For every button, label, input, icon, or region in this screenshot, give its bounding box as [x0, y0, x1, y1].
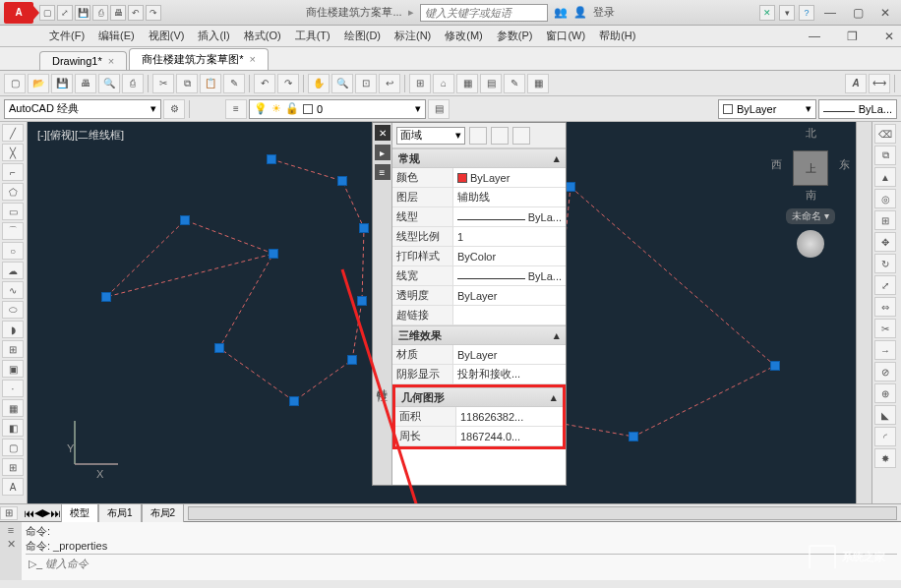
linetype-combo[interactable]: ByLa... [818, 99, 897, 119]
scale-icon[interactable]: ⤢ [874, 275, 896, 295]
grip-handle[interactable] [289, 396, 299, 406]
tab-close-icon[interactable]: × [249, 53, 255, 65]
stretch-icon[interactable]: ⇔ [874, 297, 896, 317]
menu-view[interactable]: 视图(V) [149, 29, 185, 43]
infocenter-icon[interactable]: ▾ [779, 5, 795, 21]
mtext-icon[interactable]: A [2, 478, 24, 496]
line-icon[interactable]: ╱ [2, 124, 24, 142]
join-icon[interactable]: ⊕ [874, 383, 896, 403]
property-value[interactable]: 辅助线 [453, 188, 566, 206]
viewport-label[interactable]: [-][俯视][二维线框] [37, 128, 124, 143]
new-icon[interactable]: ▢ [4, 74, 26, 93]
trim-icon[interactable]: ✂ [874, 319, 896, 338]
property-row[interactable]: 图层辅助线 [392, 188, 566, 207]
region-icon[interactable]: ▢ [2, 439, 24, 456]
menu-dimension[interactable]: 标注(N) [394, 29, 431, 43]
property-row[interactable]: 超链接 [392, 306, 566, 325]
toolpalette-icon[interactable]: ▦ [456, 74, 478, 93]
insert-icon[interactable]: ⊞ [2, 340, 24, 358]
fillet-icon[interactable]: ◜ [874, 427, 896, 446]
publish-icon[interactable]: ⎙ [122, 74, 144, 93]
color-combo[interactable]: ByLayer ▾ [718, 99, 816, 119]
circle-icon[interactable]: ○ [2, 242, 24, 260]
palette-close-icon[interactable]: ✕ [375, 125, 390, 141]
qat-print-icon[interactable]: 🖶 [110, 5, 126, 21]
layout-tab-model[interactable]: 模型 [61, 503, 98, 522]
qat-new-icon[interactable]: ▢ [39, 5, 55, 21]
dimstyle-icon[interactable]: ⟷ [869, 74, 890, 93]
point-icon[interactable]: · [2, 380, 24, 397]
quickselect-icon[interactable] [469, 127, 487, 145]
chamfer-icon[interactable]: ◣ [874, 405, 896, 425]
grip-handle[interactable] [566, 182, 575, 192]
markup-icon[interactable]: ✎ [504, 74, 525, 93]
palette-menu-icon[interactable]: ≡ [375, 164, 390, 180]
palette-autohide-icon[interactable]: ▸ [375, 145, 390, 160]
command-history[interactable]: 命令: 命令: _properties ▷_ [22, 522, 901, 580]
qat-saveas-icon[interactable]: ⎙ [92, 5, 108, 21]
menu-modify[interactable]: 修改(M) [445, 29, 483, 43]
extend-icon[interactable]: → [874, 340, 896, 360]
match-icon[interactable]: ✎ [223, 74, 245, 93]
properties-icon[interactable]: ⊞ [409, 74, 431, 93]
mdi-minimize-button[interactable]: — [803, 28, 826, 45]
erase-icon[interactable]: ⌫ [874, 124, 896, 144]
property-value[interactable]: ByLayer [453, 345, 566, 364]
ucs-name-pill[interactable]: 未命名 ▾ [786, 208, 835, 224]
property-value[interactable]: ByLayer [453, 286, 566, 305]
property-row[interactable]: 打印样式ByColor [392, 247, 566, 266]
minimize-button[interactable]: — [818, 4, 842, 22]
selectobjects-icon[interactable] [491, 127, 509, 145]
property-row[interactable]: 线型ByLa... [392, 207, 566, 227]
workspace-settings-icon[interactable]: ⚙ [163, 99, 185, 119]
polyline-icon[interactable]: ⌐ [2, 163, 24, 181]
workspace-combo[interactable]: AutoCAD 经典▾ [4, 99, 161, 119]
arc-icon[interactable]: ⌒ [2, 222, 24, 240]
property-row[interactable]: 线型比例1 [392, 227, 566, 247]
login-link[interactable]: 登录 [593, 5, 615, 20]
copy-icon[interactable]: ⧉ [176, 74, 198, 93]
table-icon[interactable]: ⊞ [2, 458, 24, 476]
zoom-window-icon[interactable]: ⊡ [355, 74, 377, 93]
tab-nav-next-icon[interactable]: ▶ [42, 506, 50, 519]
cut-icon[interactable]: ✂ [152, 74, 174, 93]
layer-manager-icon[interactable]: ≡ [225, 99, 247, 119]
doc-tab[interactable]: Drawing1*× [39, 51, 127, 70]
ellipsearc-icon[interactable]: ◗ [2, 321, 24, 338]
tab-close-icon[interactable]: × [108, 55, 114, 67]
mdi-restore-button[interactable]: ❐ [840, 28, 864, 45]
polygon-icon[interactable]: ⬠ [2, 183, 24, 201]
grip-handle[interactable] [267, 154, 276, 164]
property-value[interactable]: ByColor [453, 247, 566, 265]
layer-combo[interactable]: 💡 ☀ 🔓 0 ▾ [249, 99, 426, 119]
property-value[interactable]: 投射和接收... [453, 365, 566, 383]
vertical-scrollbar[interactable] [856, 122, 871, 503]
close-button[interactable]: ✕ [873, 4, 897, 22]
paste-icon[interactable]: 📋 [200, 74, 221, 93]
mdi-close-button[interactable]: ✕ [877, 28, 901, 45]
grip-handle[interactable] [214, 343, 224, 353]
print-icon[interactable]: 🖶 [75, 74, 96, 93]
array-icon[interactable]: ⊞ [874, 210, 896, 230]
model-view-icon[interactable]: ⊞ [0, 506, 18, 520]
viewcube[interactable]: 北 西 上 东 南 未命名 ▾ [771, 126, 850, 264]
menu-draw[interactable]: 绘图(D) [344, 29, 381, 43]
break-icon[interactable]: ⊘ [874, 362, 896, 382]
help-icon[interactable]: ? [799, 5, 814, 21]
grip-handle[interactable] [629, 432, 638, 441]
copy-obj-icon[interactable]: ⧉ [874, 146, 896, 165]
property-value[interactable]: ByLa... [453, 266, 566, 285]
title-chevron-icon[interactable]: ▸ [408, 6, 414, 19]
property-value[interactable]: ByLayer [453, 168, 566, 187]
grip-handle[interactable] [101, 292, 111, 302]
grip-handle[interactable] [347, 355, 357, 365]
section-geometry[interactable]: 几何图形▴ [395, 387, 563, 407]
property-value[interactable]: 1 [453, 227, 566, 246]
qat-redo-icon[interactable]: ↷ [146, 5, 161, 21]
calc-icon[interactable]: ▦ [527, 74, 549, 93]
app-logo[interactable]: A [4, 2, 33, 24]
menu-tools[interactable]: 工具(T) [295, 29, 330, 43]
gradient-icon[interactable]: ◧ [2, 419, 24, 437]
grip-handle[interactable] [269, 249, 278, 259]
menu-insert[interactable]: 插入(I) [198, 29, 229, 43]
